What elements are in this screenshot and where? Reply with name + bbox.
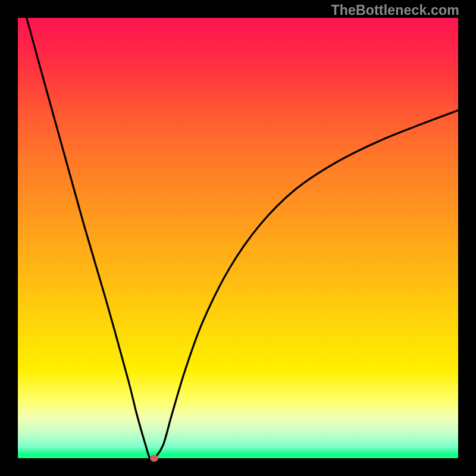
bottleneck-curve-path [27,18,458,458]
plot-area [18,18,458,458]
curve-svg [18,18,458,458]
watermark-text: TheBottleneck.com [331,2,459,18]
optimal-point-marker [150,455,158,462]
chart-container: TheBottleneck.com [0,0,476,476]
